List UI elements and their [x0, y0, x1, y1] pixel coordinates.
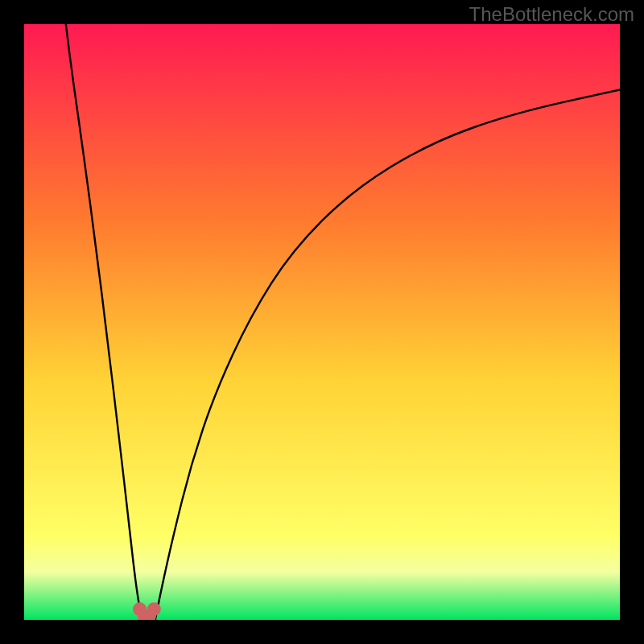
- chart-svg: [24, 24, 620, 620]
- gradient-background: [24, 24, 620, 620]
- attribution-label: TheBottleneck.com: [469, 3, 634, 26]
- plot-area: [24, 24, 620, 620]
- marker-dot: [147, 602, 161, 616]
- outer-frame: TheBottleneck.com: [0, 0, 644, 644]
